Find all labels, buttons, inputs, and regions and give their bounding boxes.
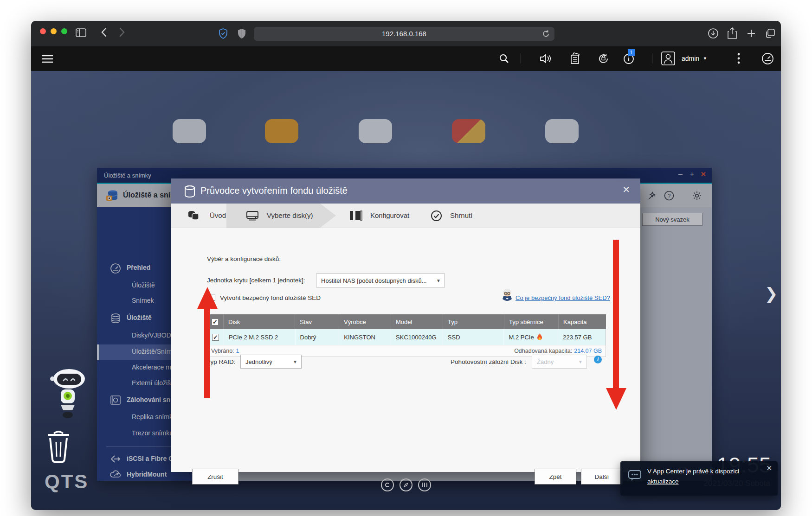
dialog-close-icon[interactable]: ✕: [622, 185, 630, 194]
col-disk[interactable]: Disk: [224, 314, 295, 329]
col-stav[interactable]: Stav: [295, 314, 339, 329]
step-konfigurovat[interactable]: Konfigurovat: [370, 211, 409, 219]
cell-vyrobce: KINGSTON: [339, 329, 391, 345]
privacy-shield-icon[interactable]: [219, 28, 228, 39]
select-all-checkbox[interactable]: ✓: [212, 319, 219, 325]
raid-type-select[interactable]: Jednotlivý ▼: [240, 355, 302, 369]
admin-label: admin: [682, 55, 699, 62]
sed-info-link[interactable]: Co je bezpečný fond úložiště SED?: [516, 294, 610, 301]
dashboard-gauge-icon[interactable]: [761, 52, 774, 65]
selected-count: 1: [236, 348, 239, 354]
search-icon[interactable]: [499, 53, 509, 64]
share-icon[interactable]: [727, 27, 738, 39]
qts-logo: QTS: [45, 471, 89, 493]
qbot-mascot[interactable]: [45, 368, 88, 422]
annotation-arrow-up-shaft: [204, 307, 210, 398]
sed-checkbox-label: Vytvořit bezpečný fond úložiště SED: [220, 294, 321, 301]
background-tasks-icon[interactable]: [569, 52, 580, 64]
volume-icon[interactable]: [540, 53, 552, 64]
back-button[interactable]: Zpět: [535, 469, 576, 484]
reload-icon[interactable]: [542, 30, 550, 38]
cell-typ: SSD: [443, 329, 504, 345]
topbar-divider: [521, 53, 521, 64]
address-bar[interactable]: 192.168.0.168: [254, 27, 554, 41]
step-shrnuti[interactable]: Shrnutí: [450, 211, 472, 219]
col-typ[interactable]: Typ: [443, 314, 504, 329]
dock-grid-icon[interactable]: [418, 478, 431, 491]
security-shield-icon[interactable]: [237, 28, 246, 39]
estimated-capacity-value: 214.07 GB: [574, 348, 602, 354]
hot-spare-select-disabled: Žádný ▼: [532, 355, 587, 369]
more-options-kebab-icon[interactable]: [737, 53, 740, 64]
notification-link-line2[interactable]: aktualizace: [647, 478, 679, 485]
chevron-down-icon: ▼: [703, 56, 707, 61]
cell-sbernice: M.2 PCIe: [504, 329, 558, 345]
dialog-header: Průvodce vytvořením fondu úložiště ✕: [171, 178, 640, 204]
col-typ-sbernice[interactable]: Typ sběrnice: [504, 314, 559, 329]
cell-disk: PCIe 2 M.2 SSD 2: [224, 329, 296, 345]
topbar-divider-2: [652, 53, 652, 64]
step-vyberte-disky[interactable]: Vyberte disk(y): [267, 211, 313, 219]
recycle-trash-icon[interactable]: [45, 429, 71, 464]
browser-window: 192.168.0.168: [31, 21, 781, 510]
minimize-traffic-light[interactable]: [51, 28, 57, 34]
recycle-bin-icon[interactable]: [598, 53, 609, 64]
estimated-capacity-label: Odhadovaná kapacita:: [514, 348, 572, 354]
main-menu-hamburger-icon[interactable]: [41, 55, 53, 63]
select-caret-icon: ▼: [578, 359, 583, 364]
col-vyrobce[interactable]: Výrobce: [339, 314, 391, 329]
annotation-arrow-down-head: [606, 388, 626, 410]
col-model[interactable]: Model: [391, 314, 443, 329]
dialog-title: Průvodce vytvořením fondu úložiště: [200, 185, 348, 196]
annotation-arrow-down-shaft: [613, 240, 619, 389]
select-caret-icon: ▼: [293, 359, 297, 364]
dock-copyright-icon[interactable]: [381, 478, 394, 491]
app-center-notification[interactable]: V App Center je právě k dispozici aktual…: [620, 461, 778, 496]
configure-step-icon: [349, 210, 362, 221]
notification-link-line1[interactable]: V App Center je právě k dispozici: [647, 468, 739, 475]
new-tab-icon[interactable]: [746, 28, 756, 38]
summary-step-icon: [431, 210, 442, 222]
storage-pool-icon: [184, 185, 196, 198]
downloads-icon[interactable]: [708, 28, 719, 39]
tab-overview-icon[interactable]: [765, 28, 776, 39]
wizard-steps-bar: Úvod Vyberte disk(y) Konfigurovat Shrnut…: [171, 204, 640, 228]
dock-compass-icon[interactable]: [400, 478, 412, 491]
cell-stav: Dobrý: [296, 329, 340, 345]
back-button-icon[interactable]: [101, 27, 107, 37]
notification-count-badge: 1: [628, 49, 635, 56]
admin-menu[interactable]: admin ▼: [682, 55, 707, 62]
qts-topbar: Úložiště a snímky ✕ 1: [31, 46, 781, 71]
selected-label: Vybráno:: [211, 348, 234, 354]
info-icon[interactable]: i: [594, 356, 602, 363]
cell-kapacita: 223.57 GB: [558, 329, 606, 345]
annotation-arrow-up-head: [197, 287, 218, 309]
col-kapacita[interactable]: Kapacita: [559, 314, 606, 329]
step-uvod[interactable]: Úvod: [210, 211, 226, 219]
address-url: 192.168.0.168: [382, 30, 426, 38]
maximize-traffic-light[interactable]: [61, 28, 67, 34]
select-disks-step-icon: [246, 210, 259, 221]
qts-desktop: Úložiště a snímky – + ✕ Úložiště a snímk…: [31, 71, 781, 510]
sidebar-toggle-icon[interactable]: [76, 28, 86, 37]
storage-pool-wizard-dialog: Průvodce vytvořením fondu úložiště ✕ Úvo…: [171, 178, 640, 472]
enclosure-unit-label: Jednotka krytu [celkem 1 jednotek]:: [207, 277, 305, 284]
close-traffic-light[interactable]: [40, 28, 46, 34]
disk-selection-section-title: Výběr a konfigurace disků:: [207, 255, 281, 262]
professor-help-icon: [501, 289, 513, 302]
cell-model: SKC1000240G: [391, 329, 443, 345]
next-button[interactable]: Další: [581, 469, 623, 484]
hot-spare-label: Pohotovostní záložní Disk :: [451, 358, 526, 365]
forward-button-icon[interactable]: [119, 27, 125, 37]
notification-close-icon[interactable]: ✕: [766, 464, 772, 472]
cancel-button[interactable]: Zrušit: [192, 469, 238, 484]
flame-hot-icon: [536, 333, 543, 341]
disk-table: ✓ Disk Stav Výrobce Model Typ Typ sběrni…: [207, 314, 606, 357]
enclosure-unit-select[interactable]: Hostitel NAS [počet dostupných disků... …: [316, 274, 445, 287]
user-avatar-icon[interactable]: [661, 51, 675, 65]
desktop-next-page-chevron[interactable]: ❯: [765, 284, 778, 303]
notifications-icon[interactable]: 1: [623, 53, 635, 64]
disk-row-checkbox[interactable]: ✓: [212, 334, 219, 341]
disk-table-row[interactable]: ✓ PCIe 2 M.2 SSD 2 Dobrý KINGSTON SKC100…: [207, 329, 606, 345]
browser-toolbar: 192.168.0.168: [31, 21, 781, 46]
